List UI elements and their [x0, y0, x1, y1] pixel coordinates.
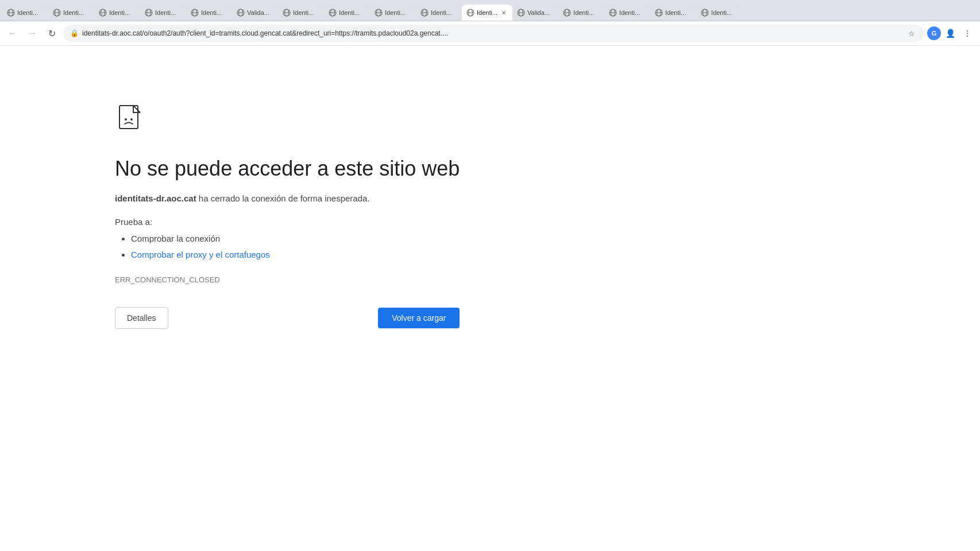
- error-title: No se puede acceder a este sitio web: [115, 156, 460, 181]
- proxy-link[interactable]: Comprobar el proxy y el cortafuegos: [131, 250, 270, 259]
- svg-point-50: [125, 118, 127, 121]
- tab-14[interactable]: Identi...: [604, 5, 650, 21]
- tab-close-button[interactable]: ✕: [500, 9, 508, 17]
- tab-5[interactable]: Identi...: [186, 5, 232, 21]
- profile-icon[interactable]: 👤: [942, 25, 958, 41]
- error-host: identitats-dr.aoc.cat: [115, 193, 196, 203]
- url-bar[interactable]: 🔒 identitats-dr.aoc.cat/o/oauth2/auth?cl…: [63, 25, 924, 42]
- tab-favicon-11: [466, 9, 474, 17]
- browser-chrome: Identi... Identi... Identi... Identi...: [0, 0, 980, 46]
- tab-title-7: Identi...: [293, 9, 319, 16]
- error-list: Comprobar la conexión Comprobar el proxy…: [115, 232, 460, 262]
- tab-favicon-2: [53, 9, 61, 17]
- tab-favicon-14: [609, 9, 617, 17]
- tab-title-4: Identi...: [155, 9, 182, 16]
- error-list-item-2[interactable]: Comprobar el proxy y el cortafuegos: [131, 249, 460, 262]
- details-button[interactable]: Detalles: [115, 307, 168, 329]
- tab-title-16: Identi...: [711, 9, 738, 16]
- tab-15[interactable]: Identi...: [650, 5, 696, 21]
- lock-icon: 🔒: [70, 29, 79, 37]
- tab-7[interactable]: Identi...: [278, 5, 324, 21]
- tab-favicon-15: [655, 9, 663, 17]
- tab-favicon-4: [145, 9, 153, 17]
- tab-favicon-10: [420, 9, 429, 17]
- tab-title-10: Identi...: [431, 9, 457, 16]
- tab-9[interactable]: Identi...: [370, 5, 416, 21]
- tab-13[interactable]: Identi...: [558, 5, 604, 21]
- tab-2[interactable]: Identi...: [48, 5, 94, 21]
- tab-title-6: Valida...: [247, 9, 273, 16]
- tab-favicon-13: [563, 9, 571, 17]
- svg-point-51: [130, 118, 133, 121]
- tab-bar: Identi... Identi... Identi... Identi...: [0, 0, 980, 21]
- tab-favicon-8: [329, 9, 337, 17]
- error-container: No se puede acceder a este sitio web ide…: [115, 103, 460, 329]
- error-icon: [115, 103, 460, 138]
- svg-rect-48: [119, 106, 138, 129]
- tab-title-14: Identi...: [619, 9, 646, 16]
- tab-title-1: Identi...: [17, 9, 44, 16]
- bookmark-icon[interactable]: ☆: [906, 28, 917, 38]
- error-code: ERR_CONNECTION_CLOSED: [115, 276, 460, 284]
- tab-12[interactable]: Valida...: [512, 5, 558, 21]
- tab-favicon-9: [375, 9, 383, 17]
- url-icons: ☆: [906, 28, 917, 38]
- tab-1[interactable]: Identi...: [2, 5, 48, 21]
- reload-button[interactable]: ↻: [44, 25, 60, 41]
- tab-favicon-6: [237, 9, 245, 17]
- svg-line-49: [133, 106, 140, 112]
- tab-16[interactable]: Identi...: [696, 5, 742, 21]
- error-subtitle-rest: ha cerrado la conexión de forma inespera…: [196, 193, 370, 203]
- url-text: identitats-dr.aoc.cat/o/oauth2/auth?clie…: [82, 29, 903, 37]
- tab-3[interactable]: Identi...: [94, 5, 140, 21]
- tab-favicon-5: [191, 9, 199, 17]
- tab-favicon-7: [283, 9, 291, 17]
- tab-title-5: Identi...: [201, 9, 227, 16]
- error-list-item-1: Comprobar la conexión: [131, 232, 460, 246]
- tab-favicon-12: [517, 9, 525, 17]
- tab-4[interactable]: Identi...: [140, 5, 186, 21]
- error-buttons: Detalles Volver a cargar: [115, 307, 460, 329]
- toolbar-icons: G 👤 ⋮: [927, 25, 975, 41]
- tab-title-11: Identi...: [477, 9, 497, 16]
- tab-6[interactable]: Valida...: [232, 5, 278, 21]
- error-try-label: Prueba a:: [115, 217, 460, 227]
- tab-title-9: Identi...: [385, 9, 411, 16]
- page-content: No se puede acceder a este sitio web ide…: [0, 46, 980, 551]
- tab-title-8: Identi...: [339, 9, 365, 16]
- tab-title-12: Valida...: [527, 9, 554, 16]
- tab-title-3: Identi...: [109, 9, 136, 16]
- extensions-icon[interactable]: G: [927, 26, 941, 40]
- tab-title-13: Identi...: [573, 9, 600, 16]
- reload-page-button[interactable]: Volver a cargar: [378, 308, 460, 328]
- address-bar: ← → ↻ 🔒 identitats-dr.aoc.cat/o/oauth2/a…: [0, 21, 980, 46]
- error-subtitle: identitats-dr.aoc.cat ha cerrado la cone…: [115, 192, 460, 205]
- tab-11-active[interactable]: Identi... ✕: [462, 5, 512, 21]
- more-menu-icon[interactable]: ⋮: [959, 25, 975, 41]
- tab-8[interactable]: Identi...: [324, 5, 370, 21]
- tab-10[interactable]: Identi...: [416, 5, 462, 21]
- tab-favicon-1: [7, 9, 15, 17]
- tab-title-15: Identi...: [665, 9, 692, 16]
- tab-favicon-3: [99, 9, 107, 17]
- tab-favicon-16: [701, 9, 709, 17]
- forward-button[interactable]: →: [24, 25, 40, 41]
- tab-title-2: Identi...: [63, 9, 90, 16]
- back-button[interactable]: ←: [5, 25, 21, 41]
